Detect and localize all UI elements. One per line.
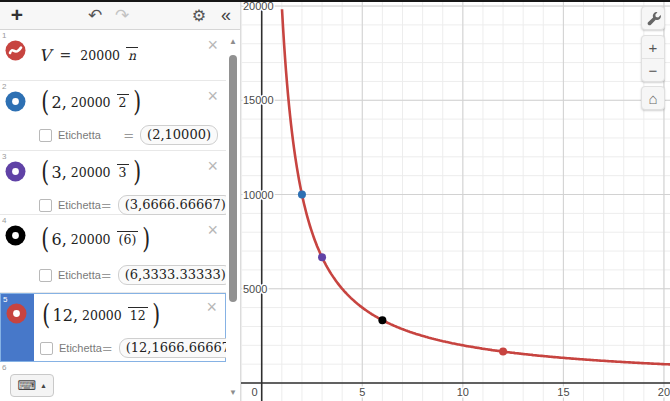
point-style-icon[interactable] [5,91,26,112]
graph-svg: 051015205000100001500020000 [241,0,670,401]
fraction-numerator: 20000 [69,232,113,247]
fraction-numerator: 20000 [69,95,113,110]
scrollbar-thumb[interactable] [229,55,237,302]
scroll-up-icon[interactable]: ▲ [226,37,240,46]
row-index: 3 [2,152,6,161]
svg-text:5000: 5000 [243,283,267,295]
zoom-in-button[interactable]: + [642,36,664,58]
show-keyboard-button[interactable]: ⌨ ▲ [10,374,54,397]
point-style-icon[interactable] [5,161,26,182]
sidebar-scrollbar[interactable]: ▲ ▼ [226,30,240,401]
equals-sign: = [60,47,72,63]
close-icon[interactable]: × [207,157,218,175]
scroll-down-icon[interactable]: ▼ [226,388,240,397]
expression-row-5-selected[interactable]: 5 ( 12, 20000 12 [0,293,226,362]
fraction-denominator: 3 [117,164,129,180]
point-style-icon[interactable] [5,225,26,246]
close-icon[interactable]: × [207,87,218,105]
zoom-controls: + − [641,35,665,82]
svg-text:0: 0 [252,386,258,398]
fraction-denominator: 12 [128,307,148,323]
paren-open: ( [41,227,49,251]
fraction: 20000 12 [80,308,148,323]
svg-text:15000: 15000 [243,94,274,106]
gear-icon[interactable]: ⚙ [186,0,212,30]
svg-text:15: 15 [557,386,569,398]
variable-v: V [39,46,51,65]
home-icon: ⌂ [648,90,657,107]
add-expression-button[interactable]: + [4,0,30,30]
paren-close: ) [143,227,151,251]
evaluation-pill: (2,10000) [140,125,218,145]
fraction: 20000 3 [69,165,129,180]
label-checkbox[interactable] [39,129,52,142]
expression-row-2[interactable]: 2 ( 2, 20000 2 [0,81,226,151]
point-x: 2, [52,93,67,112]
label-checkbox-text: Etichetta [58,269,101,281]
equals-sign: = [102,341,113,356]
close-icon[interactable]: × [206,298,217,316]
expression-sidebar: + ↶ ↷ ⚙ « 1 [0,0,240,401]
graph-paper[interactable]: 051015205000100001500020000 + − ⌂ [240,0,670,401]
label-checkbox[interactable] [39,269,52,282]
expression-toolbar: + ↶ ↷ ⚙ « [0,0,240,30]
point-style-icon[interactable] [6,303,27,324]
fraction-numerator: 20000 [78,48,122,63]
paren-open: ( [42,303,50,327]
paren-close: ) [152,303,160,327]
svg-text:10000: 10000 [243,189,274,201]
fraction-numerator: 20000 [69,165,113,180]
paren-close: ) [133,160,141,184]
row-index: 2 [2,82,6,91]
function-style-icon[interactable] [5,40,26,61]
row-2-gutter: 2 [0,81,33,150]
redo-icon[interactable]: ↷ [109,0,135,30]
paren-open: ( [41,160,49,184]
label-checkbox-text: Etichetta [58,199,101,211]
svg-text:20: 20 [658,386,670,398]
expression-row-4[interactable]: 4 ( 6, 20000 (6) [0,215,226,293]
row-index: 1 [2,31,6,40]
expression-row-1[interactable]: 1 V = 20000 n [0,30,226,81]
row-5-math-field[interactable]: ( 12, 20000 12 ) Etichetta = (12,1666.66… [34,294,225,361]
fraction-denominator: n [126,47,138,63]
undo-icon[interactable]: ↶ [82,0,108,30]
fraction-denominator: 2 [117,94,129,110]
keyboard-icon: ⌨ [17,378,36,393]
graph-settings-button[interactable] [641,6,665,30]
evaluation-pill: (6,3333.33333) [118,265,233,285]
point-x: 3, [52,163,67,182]
row-2-math-field[interactable]: ( 2, 20000 2 ) Etichetta = (2,10000) [33,81,226,150]
label-checkbox[interactable] [39,199,52,212]
evaluation-pill: (3,6666.66667) [118,195,233,215]
label-checkbox[interactable] [40,342,53,355]
label-checkbox-text: Etichetta [58,129,101,141]
fraction: 20000 (6) [69,232,138,247]
close-icon[interactable]: × [207,221,218,239]
svg-text:5: 5 [359,386,365,398]
fraction-numerator: 20000 [80,308,124,323]
fraction: 20000 n [78,48,142,63]
point-x: 6, [52,230,67,249]
collapse-sidebar-icon[interactable]: « [213,0,239,30]
close-icon[interactable]: × [207,36,218,54]
row-1-math-field[interactable]: V = 20000 n [33,30,226,80]
home-button[interactable]: ⌂ [641,86,665,110]
equals-sign: = [123,128,134,143]
row-1-gutter: 1 [0,30,33,80]
row-4-math-field[interactable]: ( 6, 20000 (6) ) Etichetta = (6,3333.333… [33,215,226,292]
desmos-app: + ↶ ↷ ⚙ « 1 [0,0,670,401]
row-index: 4 [2,216,6,225]
fraction: 20000 2 [69,95,129,110]
evaluation-pill: (12,1666.66667) [119,338,242,358]
zoom-out-button[interactable]: − [642,58,664,81]
expression-list: 1 V = 20000 n [0,30,226,400]
chevron-up-icon: ▲ [40,382,47,389]
expression-row-3[interactable]: 3 ( 3, 20000 3 [0,151,226,215]
row-4-gutter: 4 [0,215,33,292]
wrench-icon [646,11,661,26]
paren-close: ) [133,90,141,114]
svg-text:10: 10 [457,386,469,398]
row-3-math-field[interactable]: ( 3, 20000 3 ) Etichetta = (3,6666.66667… [33,151,226,214]
row-3-gutter: 3 [0,151,33,214]
